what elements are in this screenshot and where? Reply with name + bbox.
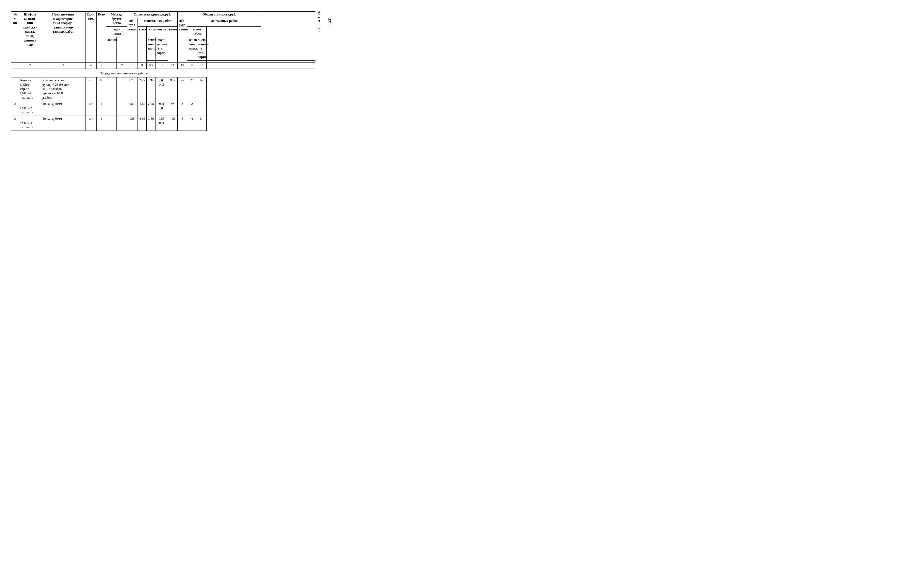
header-row-1: №№пп Шифр и№ пози-циипрейску-ранта,УСН,ц…	[11, 11, 315, 18]
row3-col14: 4	[188, 116, 197, 131]
header-col6: общая	[106, 37, 117, 62]
num-7: 7	[117, 62, 127, 69]
h5c5	[207, 60, 261, 62]
row2-col7	[117, 101, 127, 116]
row2-nn: 2	[11, 101, 19, 116]
row3-qty: I	[97, 116, 106, 131]
header-ekspl: эксп.машинв т.ч.зарпл.	[155, 37, 168, 60]
header-cost-total: Общая стоимость,руб.	[178, 11, 261, 18]
row1-col11: 0,080,0I	[155, 78, 168, 101]
side-label-bottom: ч.1(2)	[327, 18, 332, 27]
header-vtom2: в том числе	[188, 26, 207, 37]
num-10: IO	[147, 62, 155, 69]
header-mass: Масса,тбруттонетто	[106, 11, 127, 26]
row2-col9: 2,6I	[138, 101, 147, 116]
header-vsego: всего	[138, 26, 147, 62]
num-3: 3	[41, 62, 86, 69]
header-osnov2: основ-нойзарпл.	[188, 37, 197, 60]
header-obo: обо-рудо-вания	[127, 18, 138, 62]
header-montazh: монтажных работ	[138, 18, 178, 26]
side-label: 503 - 1-4ТС.86 ч.1(2)	[317, 11, 332, 34]
header-cost-unit: Стоимость единицы,руб.	[127, 11, 178, 18]
section-title-cell: Оборудование и монтажне работы	[41, 69, 207, 78]
data-row-3: 3 -"-I2-805-4тех.часть То же, д 80мм шт …	[11, 116, 315, 131]
row2-col15: -	[197, 101, 207, 116]
row1-col8: 87,0	[127, 78, 138, 101]
row1-nn: I	[11, 78, 19, 101]
row1-col11a: 0,08	[159, 78, 165, 82]
h5c4	[197, 60, 207, 62]
row1-col6	[106, 78, 117, 101]
row2-unit: шт	[86, 101, 97, 116]
row2-col11: 0,II0,03	[155, 101, 168, 116]
header-montazh2: монтажных работ	[188, 18, 261, 26]
num-5: 5	[97, 62, 106, 69]
sec-cipher	[19, 69, 41, 78]
num-13: I3	[178, 62, 188, 69]
row1-col15: I/-	[197, 78, 207, 101]
header-nums-row: I 2 3 4 5 6 7 8 9 IO II I2 I3 I4 I5	[11, 62, 315, 69]
row1-name: Клапан регули-рующий 25ч931нжМП с электр…	[41, 78, 86, 101]
header-cipher: Шифр и№ пози-циипрейску-ранта,УСН,ценник…	[19, 11, 41, 62]
row3-unit: шт	[86, 116, 97, 131]
row1-qty: II	[97, 78, 106, 101]
num-4: 4	[86, 62, 97, 69]
row3-col8: I25	[127, 116, 138, 131]
row1-unit: шт	[86, 78, 97, 101]
section-header-row: Оборудование и монтажне работы	[11, 69, 315, 78]
row3-cipher: -"-I2-805-4тех.часть	[19, 116, 41, 131]
row3-col6	[106, 116, 117, 131]
row1-col14: 22	[188, 78, 197, 101]
num-1: I	[11, 62, 19, 69]
row2-col12: 98	[168, 101, 178, 116]
row1-col13: 25	[178, 78, 188, 101]
row2-cipher: -"-I2-805-2тех.часть	[19, 101, 41, 116]
num-14: I4	[188, 62, 197, 69]
row3-col11: 0,550,II	[155, 116, 168, 131]
h5c6	[261, 60, 315, 62]
row1-col10: I,99	[147, 78, 155, 101]
row2-col11a: 0,II	[159, 102, 164, 106]
row2-col13: 3	[178, 101, 188, 116]
row1-col7	[117, 78, 127, 101]
num-6: 6	[106, 62, 117, 69]
row1-col12: 957	[168, 78, 178, 101]
row2-name: То же, д 40мм	[41, 101, 86, 116]
row2-qty: I	[97, 101, 106, 116]
header-osnov: основ-нойзарпл.	[147, 37, 155, 60]
row2-col10: 2,28	[147, 101, 155, 116]
h5c3	[188, 60, 197, 62]
row3-col15: I/-	[197, 116, 207, 131]
h5c1	[147, 60, 155, 62]
num-2: 2	[19, 62, 41, 69]
data-row-2: 2 -"-I2-805-2тех.часть То же, д 40мм шт …	[11, 101, 315, 116]
row3-col9: 4,55	[138, 116, 147, 131]
side-label-top: 503 - 1-4ТС.86	[317, 11, 322, 34]
data-row-1: I КаталогЦКВАстр.82I2-805-Iтех.часть Кла…	[11, 78, 315, 101]
row3-col13: 5	[178, 116, 188, 131]
header-col7	[117, 37, 127, 62]
num-15: I5	[197, 62, 207, 69]
header-name: Наименованиеи характерис-тика оборудо-ва…	[41, 11, 86, 62]
row3-name: То же, д 80мм	[41, 116, 86, 131]
header-qty: К-во	[97, 11, 106, 62]
header-unit: Един.изм.	[86, 11, 97, 62]
header-vtom: в том числе	[147, 26, 168, 37]
page-wrapper: 503 - 1-4ТС.86 ч.1(2) №№пп Шифр и№	[11, 11, 315, 131]
row2-col14: 2	[188, 101, 197, 116]
row3-col7	[117, 116, 127, 131]
header-obo2: обо-рудо-вания	[178, 18, 188, 62]
row1-cipher: КаталогЦКВАстр.82I2-805-Iтех.часть	[19, 78, 41, 101]
row3-col12: I25	[168, 116, 178, 131]
header-vsego2: всего	[168, 26, 178, 62]
num-9: 9	[138, 62, 147, 69]
header-nn: №№пп	[11, 11, 19, 62]
num-8: 8	[127, 62, 138, 69]
sec-nn	[11, 69, 19, 78]
row3-col10: 3,86	[147, 116, 155, 131]
row1-col9: 2,25	[138, 78, 147, 101]
row3-nn: 3	[11, 116, 19, 131]
num-12: I2	[168, 62, 178, 69]
row2-col6	[106, 101, 117, 116]
row3-col11a: 0,55	[159, 117, 165, 121]
